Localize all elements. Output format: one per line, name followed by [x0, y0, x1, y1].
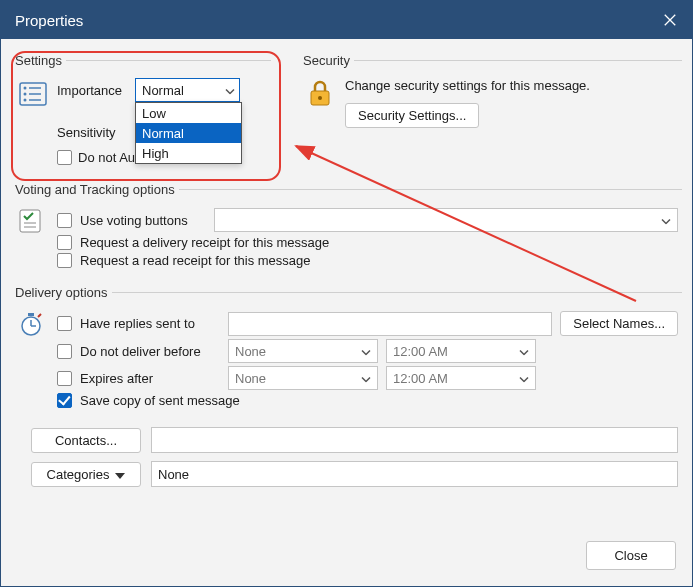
- contacts-input[interactable]: [151, 427, 678, 453]
- close-button[interactable]: Close: [586, 541, 676, 570]
- use-voting-checkbox[interactable]: [57, 213, 72, 228]
- svg-rect-9: [20, 210, 40, 232]
- chevron-down-icon: [361, 371, 371, 386]
- importance-option-normal[interactable]: Normal: [136, 123, 241, 143]
- chevron-down-icon: [519, 371, 529, 386]
- importance-dropdown: Low Normal High: [135, 102, 242, 164]
- read-receipt-label: Request a read receipt for this message: [80, 253, 311, 268]
- svg-rect-15: [28, 313, 34, 316]
- contacts-button[interactable]: Contacts...: [31, 428, 141, 453]
- lock-icon: [305, 78, 335, 108]
- importance-combo[interactable]: Normal Low Normal High: [135, 78, 240, 102]
- settings-legend: Settings: [11, 53, 66, 68]
- select-names-button[interactable]: Select Names...: [560, 311, 678, 336]
- svg-line-16: [38, 314, 41, 317]
- expires-date-combo[interactable]: None: [228, 366, 378, 390]
- voting-group: Voting and Tracking options Use voting b…: [11, 182, 682, 277]
- expires-date-value: None: [235, 371, 266, 386]
- window-title: Properties: [15, 12, 83, 29]
- svg-point-1: [24, 87, 27, 90]
- have-replies-label: Have replies sent to: [80, 316, 220, 331]
- svg-point-3: [24, 93, 27, 96]
- security-group: Security Change security settings for th…: [299, 53, 682, 174]
- security-settings-button[interactable]: Security Settings...: [345, 103, 479, 128]
- delivery-receipt-checkbox[interactable]: [57, 235, 72, 250]
- save-copy-label: Save copy of sent message: [80, 393, 240, 408]
- voting-buttons-combo[interactable]: [214, 208, 678, 232]
- close-icon[interactable]: [662, 12, 678, 28]
- security-legend: Security: [299, 53, 354, 68]
- ballot-icon: [17, 207, 49, 235]
- importance-option-high[interactable]: High: [136, 143, 241, 163]
- stopwatch-icon: [17, 310, 49, 338]
- importance-value: Normal: [142, 83, 184, 98]
- chevron-down-icon: [661, 213, 671, 228]
- categories-button[interactable]: Categories: [31, 462, 141, 487]
- not-before-date-value: None: [235, 344, 266, 359]
- security-text: Change security settings for this messag…: [345, 78, 590, 93]
- delivery-legend: Delivery options: [11, 285, 112, 300]
- expires-after-checkbox[interactable]: [57, 371, 72, 386]
- sensitivity-label: Sensitivity: [57, 125, 129, 140]
- titlebar: Properties: [1, 1, 692, 39]
- autoarchive-checkbox[interactable]: [57, 150, 72, 165]
- chevron-down-icon: [361, 344, 371, 359]
- not-deliver-before-label: Do not deliver before: [80, 344, 220, 359]
- voting-legend: Voting and Tracking options: [11, 182, 179, 197]
- expires-time-combo[interactable]: 12:00 AM: [386, 366, 536, 390]
- categories-button-label: Categories: [47, 467, 110, 482]
- svg-point-5: [24, 99, 27, 102]
- expires-time-value: 12:00 AM: [393, 371, 448, 386]
- importance-label: Importance: [57, 83, 129, 98]
- delivery-group: Delivery options Have replies sent to Se…: [11, 285, 682, 417]
- expires-after-label: Expires after: [80, 371, 220, 386]
- categories-input[interactable]: None: [151, 461, 678, 487]
- categories-value: None: [158, 467, 189, 482]
- save-copy-checkbox[interactable]: [57, 393, 72, 408]
- svg-point-8: [318, 96, 322, 100]
- read-receipt-checkbox[interactable]: [57, 253, 72, 268]
- list-icon: [17, 80, 49, 108]
- not-deliver-before-checkbox[interactable]: [57, 344, 72, 359]
- have-replies-input[interactable]: [228, 312, 552, 336]
- have-replies-checkbox[interactable]: [57, 316, 72, 331]
- caret-down-icon: [115, 467, 125, 482]
- chevron-down-icon: [225, 83, 235, 98]
- delivery-receipt-label: Request a delivery receipt for this mess…: [80, 235, 329, 250]
- chevron-down-icon: [519, 344, 529, 359]
- use-voting-label: Use voting buttons: [80, 213, 206, 228]
- importance-option-low[interactable]: Low: [136, 103, 241, 123]
- not-before-time-combo[interactable]: 12:00 AM: [386, 339, 536, 363]
- not-before-time-value: 12:00 AM: [393, 344, 448, 359]
- not-before-date-combo[interactable]: None: [228, 339, 378, 363]
- settings-group: Settings Importance Normal: [11, 53, 271, 174]
- properties-dialog: Properties Settings Importance: [0, 0, 693, 587]
